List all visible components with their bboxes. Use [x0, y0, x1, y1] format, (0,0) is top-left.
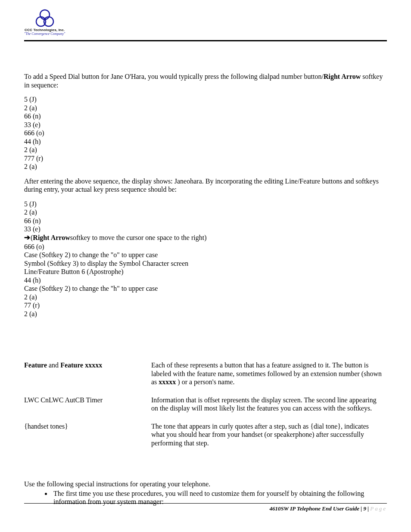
seq2-line: Case (Softkey 2) to change the "o" to up…: [24, 251, 387, 259]
intro-pre: To add a Speed Dial button for Jane O'Ha…: [24, 73, 324, 80]
footer-sep: |: [366, 505, 370, 512]
instructions-lead: Use the following special instructions f…: [24, 480, 387, 488]
definition-description: Information that is offset represents th…: [151, 396, 387, 422]
intro-paragraph: To add a Speed Dial button for Jane O'Ha…: [24, 72, 387, 89]
seq2-line: 2 (a): [24, 208, 387, 217]
seq2-line: 5 (J): [24, 200, 387, 208]
company-logo: CCC Technologies, Inc. "The Convergence …: [24, 9, 65, 36]
definition-row: {handset tones} The tone that appears in…: [24, 422, 387, 457]
header-divider: [24, 40, 387, 41]
seq2-line: 666 (o): [24, 243, 387, 251]
definitions-table: Feature and Feature xxxxx Each of these …: [24, 361, 387, 457]
seq2-line: 2 (a): [24, 310, 387, 318]
definition-description: Each of these represents a button that h…: [151, 361, 387, 396]
seq1-line: 2 (a): [24, 146, 387, 154]
logo-icon: [34, 9, 55, 28]
seq1-line: 44 (h): [24, 137, 387, 146]
page-header: CCC Technologies, Inc. "The Convergence …: [24, 9, 387, 41]
footer-page-label: Page: [370, 505, 387, 512]
def1-mid: and: [47, 361, 60, 369]
footer-divider: [24, 503, 387, 504]
def1-desc-post: ) or a person's name.: [176, 378, 234, 386]
page-body: To add a Speed Dial button for Jane O'Ha…: [24, 72, 387, 506]
footer-text: 4610SW IP Telephone End User Guide | 9 |…: [24, 505, 387, 512]
seq2-line: 77 (r): [24, 301, 387, 310]
footer-sep: |: [359, 505, 363, 512]
seq1-line: 33 (e): [24, 121, 387, 129]
page-footer: 4610SW IP Telephone End User Guide | 9 |…: [24, 503, 387, 512]
seq1-line: 666 (o): [24, 129, 387, 137]
right-arrow-icon: ➔: [24, 233, 30, 243]
seq2-arrow-line: ➔(Right Arrow softkey to move the cursor…: [24, 233, 387, 243]
logo-tagline: "The Convergence Company": [24, 32, 65, 36]
seq2-line: 2 (a): [24, 293, 387, 302]
seq2-line: 66 (n): [24, 217, 387, 225]
sequence-2: 5 (J) 2 (a) 66 (n) 33 (e) ➔(Right Arrow …: [24, 200, 387, 318]
definition-term: {handset tones}: [24, 422, 151, 457]
sequence-1: 5 (J) 2 (a) 66 (n) 33 (e) 666 (o) 44 (h)…: [24, 95, 387, 171]
seq2-l5-post: softkey to move the cursor one space to …: [70, 233, 207, 242]
seq2-line: Line/Feature Button 6 (Apostrophe): [24, 268, 387, 276]
def1-b1: Feature: [24, 361, 47, 369]
mid-paragraph: After entering the above sequence, the d…: [24, 177, 387, 194]
definition-term: Feature and Feature xxxxx: [24, 361, 151, 396]
seq1-line: 777 (r): [24, 154, 387, 163]
document-page: CCC Technologies, Inc. "The Convergence …: [0, 0, 411, 532]
seq2-line: Symbol (Softkey 3) to display the Symbol…: [24, 259, 387, 268]
seq2-l5-bold: Right Arrow: [33, 233, 70, 242]
seq2-line: 33 (e): [24, 225, 387, 233]
seq1-line: 66 (n): [24, 112, 387, 121]
definition-row: LWC CnLWC AutCB Timer Information that i…: [24, 396, 387, 422]
logo-company-name: CCC Technologies, Inc.: [25, 28, 65, 32]
definition-term: LWC CnLWC AutCB Timer: [24, 396, 151, 422]
definition-row: Feature and Feature xxxxx Each of these …: [24, 361, 387, 396]
def1-b2: Feature xxxxx: [60, 361, 102, 369]
footer-doc-title: 4610SW IP Telephone End User Guide: [269, 505, 359, 512]
seq1-line: 5 (J): [24, 95, 387, 104]
seq1-line: 2 (a): [24, 104, 387, 112]
intro-bold: Right Arrow: [324, 73, 361, 80]
definition-description: The tone that appears in curly quotes af…: [151, 422, 387, 457]
seq1-line: 2 (a): [24, 162, 387, 171]
seq2-line: Case (Softkey 2) to change the "h" to up…: [24, 284, 387, 293]
instructions-block: Use the following special instructions f…: [24, 480, 387, 506]
seq2-line: 44 (h): [24, 276, 387, 285]
def1-desc-bold: xxxxx: [159, 378, 176, 386]
